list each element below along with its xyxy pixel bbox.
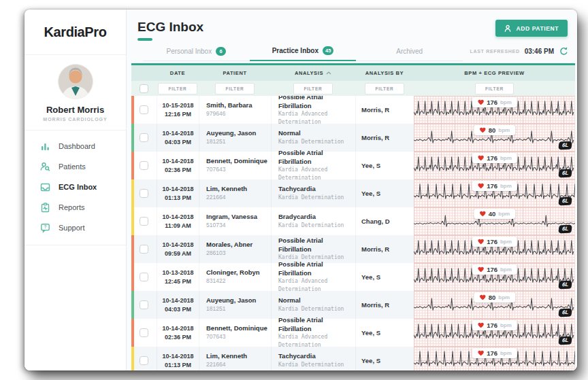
row-checkbox[interactable] [140,356,148,365]
profile-org: MORRIS CARDIOLOGY [30,117,120,122]
row-checkbox[interactable] [140,300,148,309]
ecg-preview[interactable]: 176 bpm 6L [414,263,575,291]
ecg-preview[interactable]: 176 bpm 6L [414,347,575,370]
row-checkbox[interactable] [140,105,148,114]
bpm-unit: bpm [500,183,512,189]
app-logo: KardiaPro [44,24,107,40]
ecg-preview[interactable]: 176 bpm 6L [414,235,575,263]
filter-button-analysis-by[interactable]: FILTER [365,83,404,94]
analysis-by-cell: Yee, S [355,152,414,179]
sidebar-item-dashboard[interactable]: Dashboard [24,136,126,156]
sidebar-item-reports[interactable]: Reports [24,197,126,218]
table-row[interactable]: 10-14-2018 11:09 AM Ingram, Vanessa 5107… [131,207,575,235]
patient-search-icon [39,161,50,172]
sidebar-item-support[interactable]: ? Support [24,218,126,238]
table-row[interactable]: 10-13-2018 12:45 PM Cloninger, Robyn 831… [131,263,575,291]
table-row[interactable]: 10-14-2018 02:36 PM Bennett, Dominique 7… [131,319,575,347]
analysis-by-cell: Morris, R [355,235,414,263]
table-row[interactable]: 10-14-2018 01:13 PM Lim, Kenneth 221664 … [131,179,575,207]
column-header-bpm-ecg[interactable]: BPM + ECG PREVIEW [414,70,575,76]
analysis-result: Tachycardia [272,185,355,194]
row-checkbox[interactable] [140,217,148,226]
column-header-analysis[interactable]: ANALYSIS [271,70,355,76]
analysis-by-cell: Chang, D [355,207,414,235]
select-all-checkbox[interactable] [140,84,148,93]
analysis-result: Normal [272,129,355,138]
bpm-badge: 176 bpm [472,97,517,107]
column-header-patient[interactable]: PATIENT [199,70,271,76]
ecg-table: DATE PATIENT ANALYSIS ANALYSIS BY BPM + … [131,63,575,370]
date-cell: 10-14-2018 04:03 PM [157,124,199,152]
table-row[interactable]: 10-14-2018 01:13 PM Lim, Kenneth 221664 … [131,347,575,370]
column-header-date[interactable]: DATE [157,70,199,76]
heart-icon [477,99,484,105]
bpm-unit: bpm [500,350,512,356]
ecg-preview[interactable]: 176 bpm 6L [414,96,575,124]
page-title: ECG Inbox [137,20,203,35]
analyst-name: Yee, S [356,162,414,169]
tab-practice-inbox[interactable]: Practice Inbox 45 [250,42,357,61]
analysis-cell: Possible Atrial Fibrillation Kardia Adva… [271,319,355,347]
analyst-name: Yee, S [356,190,414,197]
row-checkbox[interactable] [140,273,148,281]
analysis-source: Kardia Determination [272,194,355,202]
svg-text:?: ? [44,224,46,229]
table-body: 10-15-2018 12:16 PM Smith, Barbara 97964… [131,96,575,370]
table-row[interactable]: 10-14-2018 02:36 PM Bennett, Dominique 7… [131,152,575,179]
sidebar-item-patients[interactable]: Patients [24,156,126,177]
row-stripe [131,263,134,291]
heart-icon [477,350,484,356]
table-row[interactable]: 10-15-2018 12:16 PM Smith, Barbara 97964… [131,96,575,124]
ecg-preview[interactable]: 40 bpm 6L [414,207,575,235]
patient-id: 510734 [199,222,271,229]
heart-icon [479,294,486,300]
row-checkbox[interactable] [140,161,148,170]
bpm-value: 80 [489,294,496,301]
ecg-preview[interactable]: 80 bpm 6L [414,291,575,319]
table-row[interactable]: 10-14-2018 04:03 PM Auyeung, Jason 18125… [131,291,575,319]
ecg-preview[interactable]: 176 bpm 6L [414,319,575,347]
bpm-badge: 176 bpm [472,153,517,163]
analysis-cell: Tachycardia Kardia Determination [271,179,355,207]
bpm-value: 40 [489,210,496,218]
lead-6l-badge: 6L [558,309,572,317]
row-checkbox[interactable] [140,133,148,142]
column-header-analysis-by[interactable]: ANALYSIS BY [355,70,414,76]
refresh-area: LAST REFRESHED 03:46 PM [470,47,568,61]
user-profile: Robert Morris MORRIS CARDIOLOGY [24,55,126,131]
tab-count-badge: 45 [323,46,333,55]
tab-personal-inbox[interactable]: Personal Inbox 6 [143,42,250,61]
bpm-unit: bpm [500,322,512,328]
support-icon: ? [39,222,50,233]
ecg-preview[interactable]: 176 bpm 6L [414,179,575,207]
add-patient-button[interactable]: ADD PATIENT [495,20,568,37]
analyst-name: Yee, S [356,273,414,281]
table-row[interactable]: 10-14-2018 09:59 AM Morales, Abner 28610… [131,235,575,263]
row-checkbox[interactable] [140,245,148,254]
bar-chart-icon [39,141,50,152]
filter-button-patient[interactable]: FILTER [215,83,254,94]
row-stripe [131,96,134,124]
ecg-preview[interactable]: 176 bpm 6L [414,152,575,179]
filter-button-bpm[interactable]: FILTER [475,83,514,94]
row-checkbox[interactable] [140,189,148,198]
row-time: 12:45 PM [157,277,199,286]
table-row[interactable]: 10-14-2018 04:03 PM Auyeung, Jason 18125… [131,124,575,152]
filter-button-date[interactable]: FILTER [158,83,197,94]
date-cell: 10-14-2018 04:03 PM [157,291,199,319]
analysis-source: Kardia Determination [272,138,355,146]
row-checkbox[interactable] [140,328,148,337]
analysis-by-cell: Yee, S [355,319,414,347]
tab-archived[interactable]: Archived [356,42,463,61]
filter-button-analysis[interactable]: FILTER [293,83,332,94]
patient-id: 831422 [199,277,271,285]
bpm-value: 176 [487,154,497,162]
analysis-by-cell: Morris, R [355,124,414,152]
analysis-by-cell: Morris, R [355,96,414,124]
tab-label: Archived [396,48,423,55]
sidebar: KardiaPro Robert Morris MORRIS CARDIOLOG… [24,10,127,370]
sidebar-item-ecg-inbox[interactable]: ECG Inbox [24,177,126,197]
ecg-preview[interactable]: 80 bpm 6L [414,124,575,152]
refresh-icon[interactable] [559,47,568,56]
analysis-result: Bradycardia [272,213,355,222]
